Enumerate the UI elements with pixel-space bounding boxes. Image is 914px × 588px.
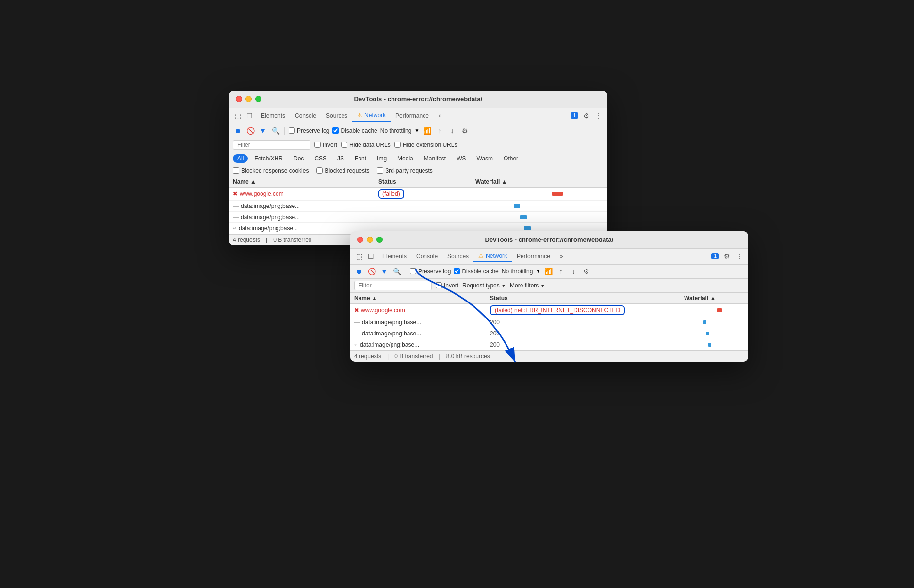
scene: DevTools - chrome-error://chromewebdata/… bbox=[214, 76, 700, 512]
front-tab-console[interactable]: Console bbox=[411, 251, 442, 262]
type-btn-other[interactable]: Other bbox=[499, 154, 522, 163]
type-btn-manifest[interactable]: Manifest bbox=[420, 154, 450, 163]
front-close-button[interactable] bbox=[357, 237, 363, 243]
front-download-icon[interactable]: ↓ bbox=[569, 267, 578, 276]
table-row[interactable]: ✖ www.google.com (failed) net::ERR_INTER… bbox=[350, 304, 748, 317]
stop-icon[interactable]: ⏺ bbox=[233, 126, 243, 136]
type-btn-font[interactable]: Font bbox=[350, 154, 371, 163]
front-throttle-select[interactable]: No throttling bbox=[502, 268, 533, 275]
blocked-cookies-checkbox[interactable] bbox=[233, 167, 239, 174]
table-row[interactable]: — data:image/png;base... bbox=[229, 201, 607, 212]
back-table-header: Name ▲ Status Waterfall ▲ bbox=[229, 176, 607, 188]
front-invert-checkbox[interactable] bbox=[436, 282, 442, 288]
cursor-icon[interactable]: ⬚ bbox=[233, 111, 243, 121]
clear-icon[interactable]: 🚫 bbox=[245, 126, 255, 136]
third-party-label[interactable]: 3rd-party requests bbox=[377, 167, 432, 174]
disable-cache-label[interactable]: Disable cache bbox=[332, 127, 377, 134]
hide-extension-urls-checkbox[interactable] bbox=[394, 142, 401, 148]
front-status-transferred: 0 B transferred bbox=[394, 353, 433, 360]
tab-more[interactable]: » bbox=[434, 111, 447, 121]
tab-elements[interactable]: Elements bbox=[256, 111, 290, 121]
blocked-cookies-label[interactable]: Blocked response cookies bbox=[233, 167, 309, 174]
front-tab-elements[interactable]: Elements bbox=[377, 251, 411, 262]
front-col-waterfall: Waterfall ▲ bbox=[684, 295, 744, 302]
front-traffic-lights bbox=[357, 237, 383, 243]
front-wf-bar-2 bbox=[703, 320, 706, 324]
more-filters-btn[interactable]: More filters ▼ bbox=[510, 282, 545, 289]
front-more-icon[interactable]: ⋮ bbox=[734, 252, 744, 261]
filter-icon[interactable]: ▼ bbox=[258, 126, 268, 136]
hide-extension-urls-label[interactable]: Hide extension URLs bbox=[394, 142, 457, 148]
front-maximize-button[interactable] bbox=[376, 237, 383, 243]
table-row[interactable]: — data:image/png;base... 200 bbox=[350, 328, 748, 339]
front-preserve-log-checkbox[interactable] bbox=[410, 268, 416, 274]
front-tab-more[interactable]: » bbox=[555, 251, 568, 262]
table-row[interactable]: ↵ data:image/png;base... 200 bbox=[350, 339, 748, 350]
blocked-requests-label[interactable]: Blocked requests bbox=[316, 167, 369, 174]
disable-cache-checkbox[interactable] bbox=[332, 127, 339, 134]
table-row[interactable]: — data:image/png;base... bbox=[229, 212, 607, 223]
front-tab-sources[interactable]: Sources bbox=[442, 251, 473, 262]
front-clear-icon[interactable]: 🚫 bbox=[367, 267, 376, 276]
type-btn-img[interactable]: Img bbox=[373, 154, 391, 163]
front-filter-input[interactable] bbox=[354, 281, 432, 290]
hide-data-urls-checkbox[interactable] bbox=[341, 142, 347, 148]
type-btn-media[interactable]: Media bbox=[393, 154, 418, 163]
front-stop-icon[interactable]: ⏺ bbox=[354, 267, 364, 276]
front-disable-cache-checkbox[interactable] bbox=[454, 268, 460, 274]
settings-icon[interactable]: ⚙ bbox=[581, 111, 591, 121]
type-btn-all[interactable]: All bbox=[233, 154, 248, 163]
front-status-requests: 4 requests bbox=[354, 353, 381, 360]
back-filter-input[interactable] bbox=[233, 140, 310, 150]
tab-performance[interactable]: Performance bbox=[391, 111, 434, 121]
type-btn-ws[interactable]: WS bbox=[452, 154, 470, 163]
table-row[interactable]: — data:image/png;base... 200 bbox=[350, 317, 748, 328]
search-icon[interactable]: 🔍 bbox=[271, 126, 280, 136]
type-btn-wasm[interactable]: Wasm bbox=[473, 154, 498, 163]
tab-console[interactable]: Console bbox=[290, 111, 321, 121]
throttle-select[interactable]: No throttling bbox=[380, 127, 412, 134]
front-search-icon[interactable]: 🔍 bbox=[392, 267, 402, 276]
front-invert-label[interactable]: Invert bbox=[436, 282, 458, 289]
back-window-title: DevTools - chrome-error://chromewebdata/ bbox=[354, 95, 483, 103]
front-network-settings-icon[interactable]: ⚙ bbox=[581, 267, 591, 276]
more-icon[interactable]: ⋮ bbox=[594, 111, 604, 121]
request-types-btn[interactable]: Request types ▼ bbox=[462, 282, 506, 289]
device-icon[interactable]: ☐ bbox=[245, 111, 254, 121]
type-btn-js[interactable]: JS bbox=[333, 154, 348, 163]
type-btn-doc[interactable]: Doc bbox=[289, 154, 308, 163]
close-button[interactable] bbox=[236, 96, 242, 102]
minimize-button[interactable] bbox=[245, 96, 252, 102]
upload-icon[interactable]: ↑ bbox=[435, 126, 444, 136]
blocked-requests-checkbox[interactable] bbox=[316, 167, 323, 174]
front-minimize-button[interactable] bbox=[367, 237, 373, 243]
download-icon[interactable]: ↓ bbox=[447, 126, 457, 136]
third-party-checkbox[interactable] bbox=[377, 167, 383, 174]
front-upload-icon[interactable]: ↑ bbox=[556, 267, 566, 276]
front-cursor-icon[interactable]: ⬚ bbox=[354, 252, 364, 261]
invert-checkbox[interactable] bbox=[314, 142, 321, 148]
front-devtools-window: DevTools - chrome-error://chromewebdata/… bbox=[350, 231, 748, 362]
front-device-icon[interactable]: ☐ bbox=[366, 252, 375, 261]
front-disable-cache-label[interactable]: Disable cache bbox=[454, 268, 498, 275]
preserve-log-label[interactable]: Preserve log bbox=[289, 127, 329, 134]
front-tab-network[interactable]: ⚠ Network bbox=[473, 251, 512, 262]
invert-text: Invert bbox=[323, 142, 337, 148]
front-filter-icon[interactable]: ▼ bbox=[379, 267, 389, 276]
maximize-button[interactable] bbox=[255, 96, 261, 102]
front-preserve-log-label[interactable]: Preserve log bbox=[410, 268, 451, 275]
front-tab-performance[interactable]: Performance bbox=[512, 251, 555, 262]
type-btn-css[interactable]: CSS bbox=[310, 154, 331, 163]
wifi-icon[interactable]: 📶 bbox=[422, 126, 432, 136]
col-waterfall: Waterfall ▲ bbox=[475, 178, 604, 185]
tab-network[interactable]: ⚠ Network bbox=[352, 110, 391, 122]
preserve-log-checkbox[interactable] bbox=[289, 127, 295, 134]
type-btn-fetch-xhr[interactable]: Fetch/XHR bbox=[250, 154, 287, 163]
tab-sources[interactable]: Sources bbox=[321, 111, 352, 121]
table-row[interactable]: ✖ www.google.com (failed) bbox=[229, 188, 607, 201]
front-settings-icon[interactable]: ⚙ bbox=[722, 252, 732, 261]
front-wifi-icon[interactable]: 📶 bbox=[543, 267, 553, 276]
invert-label[interactable]: Invert bbox=[314, 142, 337, 148]
hide-data-urls-label[interactable]: Hide data URLs bbox=[341, 142, 391, 148]
network-settings-icon[interactable]: ⚙ bbox=[460, 126, 470, 136]
